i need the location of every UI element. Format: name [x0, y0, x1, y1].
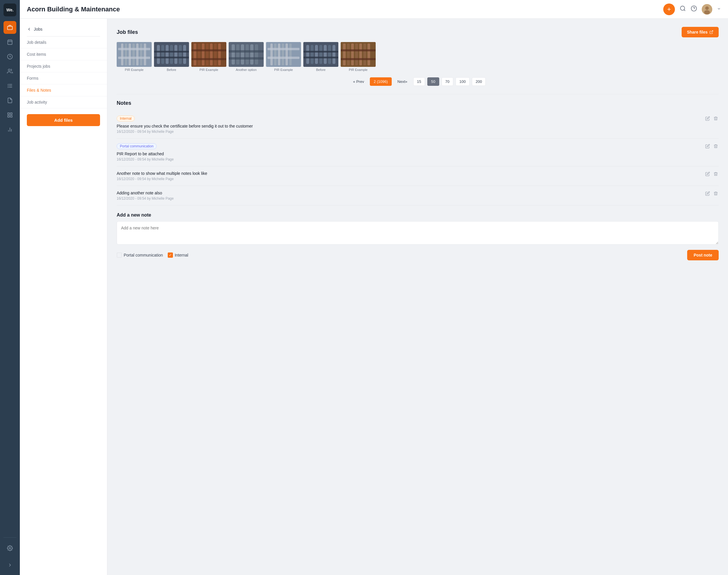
note-item: Portal communication PIR Report to be at… — [117, 139, 719, 166]
nav-icon-arrow-right[interactable] — [3, 559, 16, 572]
svg-rect-82 — [303, 51, 338, 53]
svg-rect-70 — [286, 43, 288, 65]
svg-line-25 — [711, 31, 713, 32]
next-page-button[interactable]: Next» — [394, 78, 411, 86]
sidebar-item-files-notes[interactable]: Files & Notes — [20, 84, 107, 96]
file-label: Before — [316, 68, 326, 71]
edit-note-button[interactable] — [705, 115, 711, 123]
svg-rect-42 — [179, 45, 182, 64]
sidebar: Jobs Job details Cost items Projects job… — [20, 19, 107, 575]
svg-rect-47 — [194, 43, 196, 65]
svg-rect-35 — [118, 57, 150, 59]
file-item[interactable]: PIR Example — [191, 42, 226, 71]
nav-icon-settings[interactable] — [3, 542, 16, 554]
svg-rect-84 — [341, 42, 376, 67]
share-files-button[interactable]: Share files — [682, 27, 719, 37]
svg-rect-76 — [311, 45, 314, 64]
file-item[interactable]: PIR Example — [117, 42, 152, 71]
file-item[interactable]: Another option — [229, 42, 264, 71]
note-item: Internal Please ensure you check the cer… — [117, 111, 719, 139]
svg-rect-13 — [8, 115, 10, 117]
file-item[interactable]: PIR Example — [266, 42, 301, 71]
page-size-100[interactable]: 100 — [456, 77, 470, 86]
svg-rect-30 — [133, 43, 135, 65]
note-input[interactable] — [117, 221, 719, 245]
sidebar-item-job-activity[interactable]: Job activity — [20, 96, 107, 108]
post-note-button[interactable]: Post note — [687, 250, 719, 260]
sidebar-item-cost-items[interactable]: Cost items — [20, 48, 107, 60]
page-size-15[interactable]: 15 — [413, 77, 425, 86]
svg-rect-37 — [157, 45, 160, 64]
note-footer: Portal communication Internal Post note — [117, 250, 719, 260]
add-note-section: Add a new note Portal communication Inte… — [117, 212, 719, 260]
sidebar-item-forms[interactable]: Forms — [20, 72, 107, 84]
sidebar-item-job-details[interactable]: Job details — [20, 36, 107, 48]
nav-icon-briefcase[interactable] — [3, 21, 16, 34]
svg-line-19 — [684, 10, 685, 11]
svg-rect-64 — [229, 57, 264, 60]
svg-rect-72 — [267, 48, 299, 50]
svg-rect-45 — [154, 57, 189, 58]
svg-rect-33 — [144, 43, 146, 65]
edit-note-button[interactable] — [705, 191, 711, 198]
user-dropdown-icon[interactable] — [717, 7, 721, 12]
svg-point-17 — [9, 548, 11, 549]
topbar-actions: + — [663, 3, 721, 15]
svg-rect-34 — [118, 48, 150, 50]
delete-note-button[interactable] — [713, 115, 719, 123]
add-button[interactable]: + — [663, 3, 675, 15]
delete-note-button[interactable] — [713, 191, 719, 198]
svg-rect-83 — [303, 57, 338, 58]
internal-checkbox[interactable]: Internal — [168, 252, 188, 258]
edit-note-button[interactable] — [705, 143, 711, 150]
nav-icon-chart[interactable] — [3, 123, 16, 136]
page-size-50[interactable]: 50 — [427, 77, 439, 86]
svg-rect-57 — [231, 44, 235, 65]
file-label: Another option — [236, 68, 257, 71]
file-item[interactable]: PIR Example — [341, 42, 376, 71]
nav-icon-clock[interactable] — [3, 50, 16, 63]
svg-rect-0 — [8, 26, 12, 30]
note-meta: 16/12/2020 - 09:54 by Michelle Page — [117, 196, 719, 201]
add-note-title: Add a new note — [117, 212, 719, 218]
svg-rect-27 — [121, 43, 123, 65]
topbar: Acorn Building & Maintenance + — [20, 0, 728, 19]
portal-communication-label: Portal communication — [124, 253, 163, 258]
svg-rect-67 — [274, 43, 277, 65]
svg-rect-90 — [363, 43, 366, 65]
file-item[interactable]: Before — [303, 42, 338, 71]
svg-point-23 — [705, 6, 709, 10]
help-icon[interactable] — [691, 5, 697, 13]
icon-bar: We. — [0, 0, 20, 575]
add-files-button[interactable]: Add files — [27, 114, 100, 126]
edit-note-button[interactable] — [705, 171, 711, 178]
note-tag-portal: Portal communication — [117, 143, 157, 149]
delete-note-button[interactable] — [713, 143, 719, 150]
back-to-jobs[interactable]: Jobs — [20, 25, 107, 36]
sidebar-item-projects-jobs[interactable]: Projects jobs — [20, 60, 107, 72]
page-size-70[interactable]: 70 — [442, 77, 453, 86]
delete-note-button[interactable] — [713, 171, 719, 178]
svg-rect-88 — [355, 43, 358, 65]
svg-rect-75 — [306, 45, 309, 64]
file-label: PIR Example — [199, 68, 218, 71]
nav-icon-users[interactable] — [3, 65, 16, 78]
svg-rect-55 — [191, 58, 226, 60]
nav-icon-list-check[interactable] — [3, 79, 16, 92]
search-icon[interactable] — [680, 5, 686, 13]
svg-rect-79 — [324, 45, 327, 64]
file-item[interactable]: Before — [154, 42, 189, 71]
prev-page-button[interactable]: « Prev — [350, 78, 368, 86]
user-avatar[interactable] — [702, 4, 712, 14]
svg-point-24 — [704, 10, 710, 14]
portal-communication-checkbox[interactable]: Portal communication — [117, 252, 163, 258]
nav-icon-doc[interactable] — [3, 94, 16, 107]
main-content: Job files Share files — [107, 19, 728, 575]
svg-rect-86 — [347, 43, 350, 65]
svg-rect-54 — [191, 49, 226, 52]
nav-icon-grid[interactable] — [3, 109, 16, 122]
current-page-button[interactable]: 2 (1096) — [370, 77, 391, 86]
page-size-200[interactable]: 200 — [472, 77, 486, 86]
nav-icon-calendar[interactable] — [3, 36, 16, 48]
svg-rect-29 — [129, 43, 131, 65]
